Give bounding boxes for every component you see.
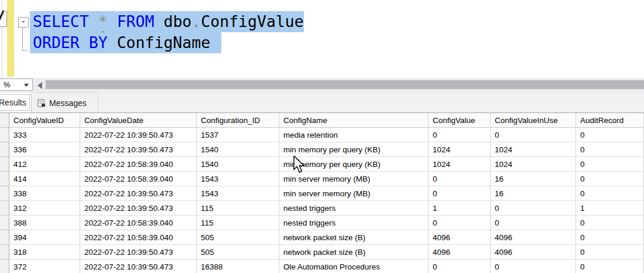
grid-cell[interactable]: min memory per query (KB) bbox=[279, 157, 429, 172]
grid-cell[interactable]: 1543 bbox=[197, 186, 279, 201]
grid-cell[interactable]: 0 bbox=[429, 128, 491, 142]
grid-cell[interactable]: 0 bbox=[576, 172, 644, 186]
grid-cell[interactable]: 2022-07-22 10:39:50.473 bbox=[80, 245, 197, 260]
grid-cell[interactable]: Ole Automation Procedures bbox=[279, 260, 429, 273]
grid-cell[interactable]: 16 bbox=[491, 172, 576, 186]
grid-cell[interactable]: 412 bbox=[9, 157, 80, 172]
grid-cell[interactable]: 333 bbox=[9, 128, 80, 142]
grid-cell[interactable]: 115 bbox=[197, 201, 279, 216]
grid-cell[interactable]: 414 bbox=[9, 172, 80, 186]
column-header[interactable]: AuditRecord bbox=[576, 113, 644, 128]
chevron-down-icon[interactable] bbox=[24, 84, 29, 87]
code-token: * bbox=[98, 12, 108, 30]
editor-zoom-select[interactable]: % bbox=[0, 79, 33, 91]
column-header[interactable]: Configuration_ID bbox=[197, 113, 279, 128]
grid-cell[interactable]: 0 bbox=[491, 201, 576, 216]
grid-cell[interactable]: 0 bbox=[576, 186, 644, 201]
grid-cell[interactable]: 1540 bbox=[197, 157, 279, 172]
row-header[interactable] bbox=[0, 216, 9, 230]
column-header[interactable]: ConfigValue bbox=[429, 113, 491, 128]
grid-cell[interactable]: 2022-07-22 10:58:39.040 bbox=[80, 157, 197, 172]
grid-cell[interactable]: 16388 bbox=[197, 260, 279, 273]
grid-cell[interactable]: network packet size (B) bbox=[279, 245, 429, 260]
row-header[interactable] bbox=[0, 201, 9, 216]
grid-cell[interactable]: 318 bbox=[9, 245, 80, 260]
grid-cell[interactable]: 2022-07-22 10:39:50.473 bbox=[80, 128, 197, 142]
grid-cell[interactable]: nested triggers bbox=[279, 216, 429, 230]
grid-cell[interactable]: 1 bbox=[429, 201, 491, 216]
row-header[interactable] bbox=[0, 128, 9, 142]
grid-cell[interactable]: 0 bbox=[429, 260, 491, 273]
row-header[interactable] bbox=[0, 142, 9, 157]
grid-cell[interactable]: 0 bbox=[491, 260, 576, 273]
code-line[interactable]: ORDER BY ConfigName bbox=[30, 32, 304, 53]
grid-cell[interactable]: 1543 bbox=[197, 172, 279, 186]
grid-cell[interactable]: 0 bbox=[576, 216, 644, 230]
grid-cell[interactable]: 0 bbox=[491, 216, 576, 230]
column-header[interactable]: ConfigName bbox=[279, 113, 429, 128]
grid-cell[interactable]: 0 bbox=[576, 230, 644, 245]
grid-cell[interactable]: media retention bbox=[279, 128, 429, 142]
grid-cell[interactable]: 0 bbox=[429, 172, 491, 186]
grid-cell[interactable]: 1540 bbox=[197, 142, 279, 157]
grid-cell[interactable]: 2022-07-22 10:58:39.040 bbox=[80, 216, 197, 230]
code-collapse-icon[interactable]: - bbox=[18, 17, 29, 28]
grid-cell[interactable]: nested triggers bbox=[279, 201, 429, 216]
row-header[interactable] bbox=[0, 260, 9, 273]
grid-cell[interactable]: 505 bbox=[197, 230, 279, 245]
row-header[interactable] bbox=[0, 245, 9, 260]
grid-cell[interactable]: 0 bbox=[491, 128, 576, 142]
grid-cell[interactable]: 372 bbox=[9, 260, 80, 273]
grid-cell[interactable]: 1024 bbox=[491, 157, 576, 172]
code-line[interactable]: SELECT * FROM dbo.ConfigValue bbox=[30, 11, 304, 32]
grid-cell[interactable]: 2022-07-22 10:58:39.040 bbox=[80, 230, 197, 245]
grid-cell[interactable]: 1537 bbox=[197, 128, 279, 142]
grid-cell[interactable]: 16 bbox=[491, 186, 576, 201]
row-header[interactable] bbox=[0, 230, 9, 245]
grid-cell[interactable]: 4096 bbox=[491, 245, 576, 260]
scroll-left-icon[interactable] bbox=[37, 82, 42, 89]
grid-cell[interactable]: network packet size (B) bbox=[279, 230, 429, 245]
grid-cell[interactable]: 336 bbox=[9, 142, 80, 157]
grid-cell[interactable]: 2022-07-22 10:58:39.040 bbox=[80, 172, 197, 186]
code-area[interactable]: SELECT * FROM dbo.ConfigValueORDER BY Co… bbox=[30, 11, 304, 53]
grid-cell[interactable]: 2022-07-22 10:39:50.473 bbox=[80, 260, 197, 273]
grid-cell[interactable]: min server memory (MB) bbox=[279, 172, 429, 186]
horizontal-scrollbar-thumb[interactable] bbox=[46, 80, 644, 89]
grid-cell[interactable]: 0 bbox=[429, 186, 491, 201]
tab-results[interactable]: Results bbox=[0, 93, 32, 112]
grid-cell[interactable]: 0 bbox=[576, 157, 644, 172]
column-header[interactable]: ConfigValueDate bbox=[80, 113, 197, 128]
grid-cell[interactable]: 0 bbox=[576, 142, 644, 157]
grid-cell[interactable]: 505 bbox=[197, 245, 279, 260]
row-header[interactable] bbox=[0, 157, 9, 172]
row-header[interactable] bbox=[0, 172, 9, 186]
grid-cell[interactable]: 312 bbox=[9, 201, 80, 216]
grid-cell[interactable]: 2022-07-22 10:39:50.473 bbox=[80, 186, 197, 201]
grid-cell[interactable]: 388 bbox=[9, 216, 80, 230]
grid-cell[interactable]: 1 bbox=[576, 201, 644, 216]
grid-cell[interactable]: 0 bbox=[576, 260, 644, 273]
column-header[interactable]: ConfigValueInUse bbox=[491, 113, 576, 128]
grid-cell[interactable]: 4096 bbox=[491, 230, 576, 245]
column-header[interactable]: ConfigValueID bbox=[9, 113, 80, 128]
grid-cell[interactable]: min memory per query (KB) bbox=[279, 142, 429, 157]
grid-cell[interactable]: min server memory (MB) bbox=[279, 186, 429, 201]
grid-cell[interactable]: 338 bbox=[9, 186, 80, 201]
grid-cell[interactable]: 1024 bbox=[429, 142, 491, 157]
query-editor[interactable]: - SELECT * FROM dbo.ConfigValueORDER BY … bbox=[0, 0, 644, 78]
grid-corner-cell[interactable] bbox=[0, 113, 9, 128]
grid-cell[interactable]: 1024 bbox=[429, 157, 491, 172]
grid-cell[interactable]: 394 bbox=[9, 230, 80, 245]
grid-cell[interactable]: 4096 bbox=[429, 230, 491, 245]
grid-cell[interactable]: 2022-07-22 10:39:50.473 bbox=[80, 201, 197, 216]
tab-messages[interactable]: Messages bbox=[33, 93, 98, 112]
grid-cell[interactable]: 115 bbox=[197, 216, 279, 230]
grid-cell[interactable]: 2022-07-22 10:39:50.473 bbox=[80, 142, 197, 157]
grid-cell[interactable]: 0 bbox=[576, 245, 644, 260]
grid-cell[interactable]: 0 bbox=[429, 216, 491, 230]
grid-cell[interactable]: 4096 bbox=[429, 245, 491, 260]
grid-cell[interactable]: 1024 bbox=[491, 142, 576, 157]
row-header[interactable] bbox=[0, 186, 9, 201]
grid-cell[interactable]: 0 bbox=[576, 128, 644, 142]
